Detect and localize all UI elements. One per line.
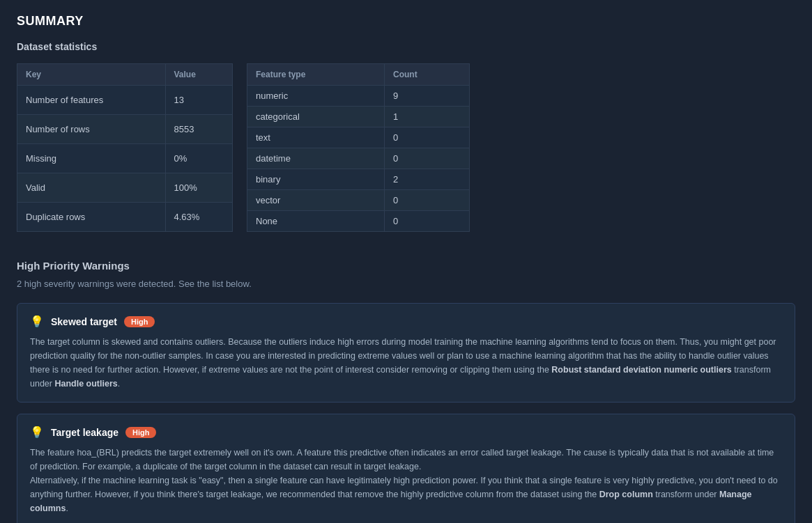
table-row: categorical1 [247, 107, 470, 127]
table-row: datetime0 [247, 148, 470, 169]
high-priority-section: High Priority Warnings 2 high severity w… [17, 260, 795, 523]
left-table-value: 13 [165, 86, 233, 115]
right-table-count: 0 [385, 190, 470, 211]
table-row: vector0 [247, 190, 470, 211]
table-row: Duplicate rows4.63% [17, 203, 233, 232]
table-row: Number of rows8553 [17, 115, 233, 144]
page-title: SUMMARY [17, 14, 795, 29]
table-row: None0 [247, 211, 470, 232]
leakage-body-part1: The feature hoa_(BRL) predicts the targe… [30, 448, 774, 471]
left-table-col-value: Value [165, 64, 233, 86]
right-stats-table: Feature type Count numeric9categorical1t… [247, 63, 470, 232]
bold-text-robust: Robust standard deviation numeric outlie… [551, 365, 731, 375]
bold-drop-column: Drop column [599, 490, 653, 499]
high-priority-title: High Priority Warnings [17, 260, 795, 272]
right-table-count: 2 [385, 169, 470, 190]
right-table-count: 0 [385, 127, 470, 148]
right-table-count: 1 [385, 107, 470, 127]
right-table-col-count: Count [385, 64, 470, 86]
right-table-count: 0 [385, 211, 470, 232]
right-table-type: binary [247, 169, 385, 190]
right-table-type: text [247, 127, 385, 148]
left-table-value: 8553 [165, 115, 233, 144]
left-table-key: Duplicate rows [17, 203, 166, 232]
warning-header-leakage: 💡 Target leakage High [30, 426, 782, 439]
right-table-type: vector [247, 190, 385, 211]
statistics-tables: Key Value Number of features13Number of … [17, 63, 795, 232]
left-table-key: Valid [17, 173, 166, 203]
warning-bulb-icon-2: 💡 [30, 426, 44, 439]
left-table-value: 0% [165, 144, 233, 173]
warning-bulb-icon: 💡 [30, 315, 44, 328]
dataset-statistics-title: Dataset statistics [17, 41, 795, 52]
warning-title-leakage: Target leakage [51, 427, 118, 438]
left-table-col-key: Key [17, 64, 166, 86]
right-table-type: numeric [247, 86, 385, 107]
dataset-statistics-section: Dataset statistics Key Value Number of f… [17, 41, 795, 232]
right-table-count: 9 [385, 86, 470, 107]
right-table-type: categorical [247, 107, 385, 127]
left-table-value: 100% [165, 173, 233, 203]
warning-body-text-1: The target column is skewed and contains… [30, 337, 776, 389]
warning-card-skewed-target: 💡 Skewed target High The target column i… [17, 303, 795, 403]
table-row: text0 [247, 127, 470, 148]
table-row: Missing0% [17, 144, 233, 173]
table-row: numeric9 [247, 86, 470, 107]
right-table-col-type: Feature type [247, 64, 385, 86]
leakage-body-part2: Alternatively, if the machine learning t… [30, 476, 778, 513]
left-table-key: Number of rows [17, 115, 166, 144]
table-row: binary2 [247, 169, 470, 190]
right-table-count: 0 [385, 148, 470, 169]
bold-text-handle: Handle outliers [54, 379, 117, 389]
right-table-type: datetime [247, 148, 385, 169]
warning-body-leakage: The feature hoa_(BRL) predicts the targe… [30, 446, 782, 515]
badge-high-leakage: High [125, 427, 156, 438]
right-table-type: None [247, 211, 385, 232]
warnings-subtitle: 2 high severity warnings were detected. … [17, 279, 795, 289]
warning-title-skewed: Skewed target [51, 316, 117, 327]
left-table-key: Number of features [17, 86, 166, 115]
left-table-value: 4.63% [165, 203, 233, 232]
left-stats-table: Key Value Number of features13Number of … [17, 63, 233, 232]
warning-body-skewed: The target column is skewed and contains… [30, 335, 782, 391]
warning-card-target-leakage: 💡 Target leakage High The feature hoa_(B… [17, 414, 795, 523]
table-row: Valid100% [17, 173, 233, 203]
table-row: Number of features13 [17, 86, 233, 115]
warning-header: 💡 Skewed target High [30, 315, 782, 328]
badge-high-skewed: High [124, 316, 155, 327]
left-table-key: Missing [17, 144, 166, 173]
